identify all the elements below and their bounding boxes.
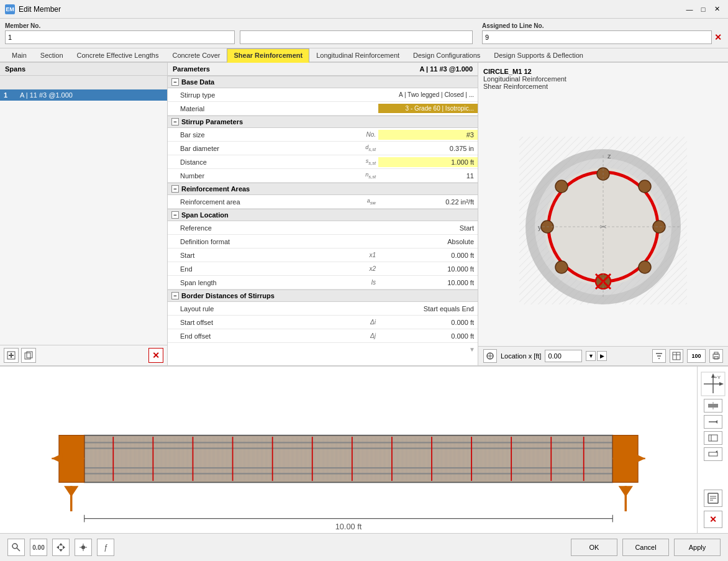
tab-long-reinf[interactable]: Longitudinal Reinforcement [309, 48, 406, 62]
reference-label: Reference [168, 223, 341, 233]
right-panel: CIRCLE_M1 12 Longitudinal Reinforcement … [478, 63, 728, 365]
material-label: Material [168, 104, 341, 114]
location-icon-button[interactable] [483, 349, 497, 363]
table-icon-button[interactable] [670, 349, 683, 363]
delete-span-button[interactable]: ✕ [148, 348, 163, 363]
svg-rect-89 [709, 435, 717, 441]
ok-button[interactable]: OK [571, 539, 617, 556]
distance-value[interactable]: 1.000 ft [378, 157, 478, 167]
toggle-span-location[interactable]: − [171, 211, 179, 219]
number-symbol: ns,st [341, 170, 378, 181]
bar-size-value[interactable]: #3 [378, 130, 478, 140]
location-label: Location x [ft] [501, 352, 541, 360]
apply-button[interactable]: Apply [674, 539, 721, 556]
span-label: A | 11 #3 @1.000 [20, 91, 73, 99]
tab-section[interactable]: Section [34, 48, 70, 62]
minimize-button[interactable]: — [683, 4, 696, 15]
distance-symbol: ss,st [341, 157, 378, 167]
distance-label: Distance [168, 157, 341, 167]
section-border-label: Border Distances of Stirrups [181, 292, 275, 299]
beam-tools: +Y ✕ [697, 367, 728, 533]
cancel-button[interactable]: Cancel [622, 539, 669, 556]
toggle-border-dist[interactable]: − [171, 292, 179, 299]
svg-marker-100 [59, 549, 63, 552]
location-up-button[interactable]: ▶ [597, 351, 607, 361]
params-header: Parameters A | 11 #3 @1.000 [168, 63, 478, 76]
cross-section-svg: z y [507, 124, 699, 317]
svg-marker-102 [63, 545, 65, 549]
copy-span-button[interactable] [21, 348, 36, 363]
middle-field-group [240, 22, 473, 44]
end-offset-value: 0.000 ft [378, 331, 478, 341]
section-span-location[interactable]: − Span Location [168, 209, 478, 221]
location-input[interactable] [545, 350, 582, 362]
section-title: CIRCLE_M1 12 [483, 68, 723, 75]
tab-design-config[interactable]: Design Configurations [406, 48, 487, 62]
beam-tool-4[interactable] [704, 447, 722, 461]
reinf-area-label: Reinforcement area [168, 197, 341, 207]
location-down-button[interactable]: ▼ [586, 351, 596, 361]
filter-icon-button[interactable] [652, 349, 666, 363]
move-button[interactable] [52, 539, 70, 556]
tab-design-supports[interactable]: Design Supports & Deflection [487, 48, 590, 62]
maximize-button[interactable]: □ [697, 4, 709, 15]
beam-info-button[interactable] [704, 490, 722, 507]
beam-container: 10.00 ft [0, 367, 697, 533]
close-button[interactable]: ✕ [711, 4, 723, 15]
end-symbol: x2 [341, 264, 378, 273]
params-table: − Base Data Stirrup type A | Two legged … [168, 76, 478, 365]
tab-main[interactable]: Main [5, 48, 34, 62]
span-item-1[interactable]: 1 A | 11 #3 @1.000 [0, 89, 167, 101]
end-value: 10.000 ft [378, 264, 478, 274]
location-bar: Location x [ft] ▼ ▶ 100 [478, 346, 728, 365]
title-bar: EM Edit Member — □ ✕ [0, 0, 728, 19]
print-icon-button[interactable] [709, 349, 723, 363]
def-format-value: Absolute [378, 237, 478, 247]
section-base-data[interactable]: − Base Data [168, 76, 478, 88]
section-border-dist[interactable]: − Border Distances of Stirrups [168, 290, 478, 302]
node-button[interactable] [75, 539, 92, 556]
spans-header: Spans [0, 63, 167, 76]
beam-tool-1[interactable] [704, 399, 722, 413]
right-info: CIRCLE_M1 12 Longitudinal Reinforcement … [478, 63, 728, 95]
tabs-bar: Main Section Concrete Effective Lengths … [0, 48, 728, 63]
formula-button[interactable]: ƒ [97, 539, 114, 556]
section-reinf-areas[interactable]: − Reinforcement Areas [168, 183, 478, 195]
row-number: Number ns,st 11 [168, 169, 478, 183]
start-label: Start [168, 250, 341, 260]
row-start: Start x1 0.000 ft [168, 249, 478, 262]
magnify-button[interactable] [7, 539, 25, 556]
section-stirrup-params[interactable]: − Stirrup Parameters [168, 116, 478, 128]
assigned-input[interactable] [482, 30, 712, 44]
toggle-reinf-areas[interactable]: − [171, 185, 179, 193]
stirrup-type-value[interactable]: A | Two legged | Closed | ... [378, 90, 478, 99]
coord-button[interactable]: 0.00 [30, 539, 47, 556]
svg-marker-88 [716, 420, 717, 424]
toggle-base-data[interactable]: − [171, 78, 179, 86]
assigned-clear-button[interactable]: ✕ [713, 32, 723, 42]
svg-point-19 [555, 261, 568, 273]
spans-list: 1 A | 11 #3 @1.000 [0, 76, 167, 345]
middle-input[interactable] [240, 30, 473, 44]
tab-concrete-eff[interactable]: Concrete Effective Lengths [70, 48, 166, 62]
tab-concrete-cover[interactable]: Concrete Cover [165, 48, 227, 62]
svg-point-103 [81, 545, 85, 549]
material-value[interactable]: 3 - Grade 60 | Isotropic... [378, 104, 478, 113]
beam-tool-3[interactable] [704, 431, 722, 445]
def-format-symbol [341, 240, 378, 243]
toggle-stirrup-params[interactable]: − [171, 118, 179, 125]
beam-x-button[interactable]: ✕ [704, 511, 722, 528]
member-no-input[interactable] [5, 30, 235, 44]
svg-text:y: y [538, 224, 542, 231]
tab-shear-reinf[interactable]: Shear Reinforcement [227, 48, 309, 63]
row-end: End x2 10.000 ft [168, 262, 478, 276]
num100-button[interactable]: 100 [687, 349, 706, 363]
bar-diameter-symbol: ds,st [341, 143, 378, 153]
reference-symbol [341, 227, 378, 229]
beam-tool-2[interactable] [704, 415, 722, 429]
reference-value: Start [378, 223, 478, 233]
row-bar-diameter: Bar diameter ds,st 0.375 in [168, 142, 478, 155]
window-title: Edit Member [19, 5, 61, 14]
section-info1: Longitudinal Reinforcement [483, 75, 723, 83]
add-span-button[interactable] [4, 348, 19, 363]
